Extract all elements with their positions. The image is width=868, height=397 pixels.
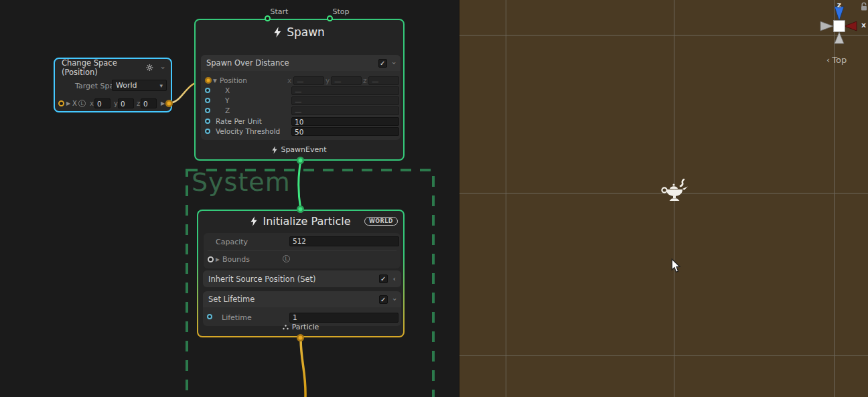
y-label: Y [225, 96, 229, 104]
space-badge[interactable]: WORLD [364, 217, 398, 226]
position-foldout-icon[interactable]: ▼ [213, 78, 217, 84]
target-space-dropdown[interactable]: World ▾ [112, 80, 167, 91]
x-input-port[interactable] [58, 100, 64, 106]
local-space-icon[interactable]: L [283, 255, 290, 262]
initialize-input-port[interactable] [297, 206, 304, 213]
gear-icon[interactable] [146, 64, 153, 72]
node-spawn[interactable]: Spawn Spawn 10 instances for every unit … [194, 19, 405, 161]
spawn-over-distance-block[interactable]: Spawn Over Distance ✓ › ▼ Position x — y… [201, 55, 401, 140]
y-value-field[interactable]: 0 [118, 98, 134, 108]
local-space-letter: L [80, 100, 83, 106]
position-x-row: X — [201, 86, 401, 96]
scene-view[interactable]: z x ‹ Top [459, 0, 868, 397]
particle-output-port[interactable] [297, 334, 304, 341]
view-orientation-label[interactable]: ‹ Top [826, 55, 847, 65]
rate-field[interactable]: 10 [291, 117, 399, 126]
velocity-threshold-row: Velocity Threshold 50 [201, 127, 401, 137]
vfx-graph-window: System Start Stop Change Space (Position… [0, 0, 868, 397]
gizmo-x-label: x [861, 21, 866, 29]
gizmo-center-cube[interactable] [834, 21, 845, 32]
bounds-foldout-icon[interactable]: ▶ [216, 256, 220, 262]
velocity-label: Velocity Threshold [216, 127, 280, 135]
collapse-chevron-icon[interactable]: › [158, 66, 167, 69]
position-y-field[interactable]: — [331, 76, 362, 85]
expand-triangle-icon[interactable]: ▶ [66, 100, 70, 106]
velocity-field[interactable]: 50 [291, 127, 399, 136]
spawn-title-row: Spawn [196, 25, 403, 39]
y-input-port[interactable] [205, 98, 210, 103]
capacity-field[interactable]: 512 [289, 236, 399, 246]
grid-line-horizontal [459, 35, 868, 35]
rate-input-port[interactable] [205, 118, 210, 124]
position-input-port[interactable] [205, 77, 212, 84]
block-enabled-checkbox[interactable]: ✓ [379, 274, 388, 283]
lightning-icon [272, 146, 277, 154]
lifetime-field[interactable]: 1 [289, 313, 399, 323]
block-collapse-chevron-icon[interactable]: › [390, 298, 399, 301]
bounds-label: Bounds [222, 255, 250, 264]
z-input-port[interactable] [205, 108, 210, 113]
x-axis-label: x [287, 76, 291, 84]
lifetime-label: Lifetime [222, 313, 252, 322]
node-title: Change Space (Position) [62, 58, 146, 77]
block-collapse-chevron-icon[interactable]: ‹ [393, 274, 396, 283]
position-z-row: Z — [201, 106, 401, 116]
x-value-field[interactable]: 0 [94, 98, 111, 108]
mouse-cursor [671, 258, 681, 273]
change-space-output-port[interactable] [165, 100, 173, 107]
rate-per-unit-row: Rate Per Unit 10 [201, 116, 401, 127]
particle-label: Particle [292, 323, 319, 331]
lock-icon[interactable] [860, 2, 868, 11]
x-input-port[interactable] [205, 88, 210, 93]
edge-spawnevent[interactable] [299, 161, 301, 210]
gizmo-down-cone[interactable] [835, 32, 844, 44]
node-change-space[interactable]: Change Space (Position) › Target Space [54, 58, 172, 112]
capacity-row: Capacity 512 [204, 233, 401, 250]
position-z-field[interactable]: — [368, 76, 399, 85]
lifetime-input-port[interactable] [207, 314, 212, 319]
set-lifetime-block[interactable]: Set Lifetime ✓ › Lifetime 1 [203, 291, 401, 326]
spawnevent-label: SpawnEvent [281, 145, 326, 154]
view-name: Top [832, 55, 847, 65]
check-icon: ✓ [380, 60, 385, 67]
block-enabled-checkbox[interactable]: ✓ [379, 295, 388, 304]
y-field[interactable]: — [291, 96, 399, 105]
x-field[interactable]: — [291, 86, 399, 95]
check-icon: ✓ [380, 296, 386, 303]
spawn-start-port[interactable] [265, 15, 271, 21]
z-value-field[interactable]: 0 [141, 98, 157, 108]
inherit-source-position-block[interactable]: Inherit Source Position (Set) ✓ ‹ [203, 270, 401, 287]
local-space-letter: L [285, 256, 287, 262]
graph-canvas[interactable]: System Start Stop Change Space (Position… [0, 0, 459, 397]
velocity-input-port[interactable] [205, 129, 210, 134]
position-row: ▼ Position x — y — z — [201, 76, 401, 86]
grid-line-vertical [506, 0, 506, 397]
vfx-lamp-gizmo-icon[interactable] [660, 178, 689, 205]
edge-particle[interactable] [301, 338, 305, 397]
node-initialize-particle[interactable]: Initialize Particle WORLD Capacity 512 ▶… [197, 210, 405, 337]
rate-label: Rate Per Unit [216, 117, 262, 125]
block-enabled-checkbox[interactable]: ✓ [378, 59, 387, 68]
gizmo-x-axis-cone[interactable] [845, 21, 857, 31]
position-x-field[interactable]: — [293, 76, 324, 85]
check-icon: ✓ [380, 275, 386, 283]
block-collapse-chevron-icon[interactable]: › [389, 62, 398, 64]
particle-footer: Particle [198, 323, 403, 331]
view-chevron-icon: ‹ [826, 55, 830, 65]
position-label: Position [220, 76, 247, 84]
node-title: Spawn [287, 25, 325, 39]
spawnevent-output-port[interactable] [297, 157, 304, 164]
bounds-input-port[interactable] [208, 256, 214, 262]
x-axis-label: x [90, 100, 94, 107]
block-title: Spawn Over Distance [206, 58, 289, 68]
bounds-row: ▶ Bounds L [204, 250, 401, 268]
x-label: X [225, 86, 230, 94]
target-space-row: Target Space World ▾ [55, 79, 171, 92]
spawn-stop-port[interactable] [327, 15, 333, 21]
gizmo-z-label: z [837, 1, 841, 9]
gizmo-left-cone[interactable] [820, 21, 833, 31]
z-field[interactable]: — [291, 106, 399, 115]
z-axis-label: z [363, 76, 367, 84]
system-group-title[interactable]: System [192, 167, 291, 197]
local-space-icon[interactable]: L [78, 100, 86, 107]
